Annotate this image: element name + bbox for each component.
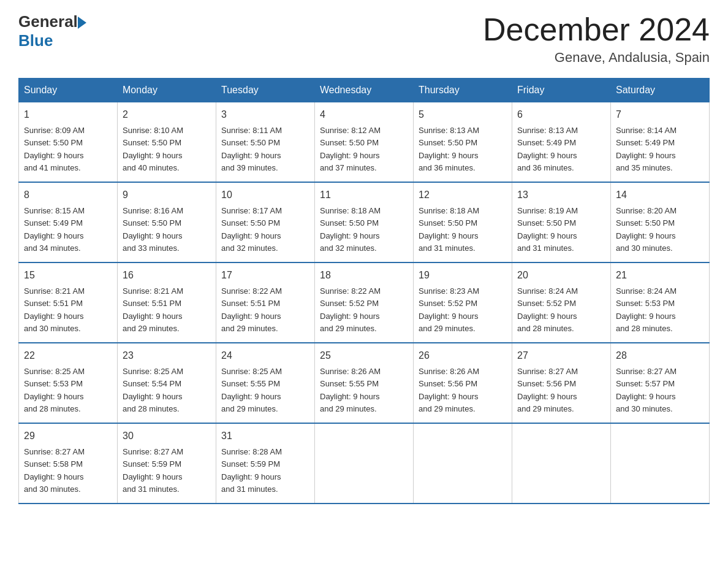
calendar-cell: 27 Sunrise: 8:27 AMSunset: 5:56 PMDaylig… bbox=[512, 343, 611, 423]
logo-general-text: General bbox=[18, 12, 78, 31]
day-number: 29 bbox=[24, 429, 112, 443]
col-header-saturday: Saturday bbox=[611, 79, 710, 102]
day-info: Sunrise: 8:13 AMSunset: 5:50 PMDaylight:… bbox=[419, 126, 479, 172]
calendar-table: SundayMondayTuesdayWednesdayThursdayFrid… bbox=[18, 78, 710, 504]
col-header-wednesday: Wednesday bbox=[315, 79, 414, 102]
calendar-cell: 16 Sunrise: 8:21 AMSunset: 5:51 PMDaylig… bbox=[118, 262, 216, 343]
day-info: Sunrise: 8:26 AMSunset: 5:56 PMDaylight:… bbox=[419, 367, 479, 413]
calendar-cell: 10 Sunrise: 8:17 AMSunset: 5:50 PMDaylig… bbox=[216, 182, 315, 262]
day-info: Sunrise: 8:17 AMSunset: 5:50 PMDaylight:… bbox=[221, 206, 282, 253]
day-info: Sunrise: 8:26 AMSunset: 5:55 PMDaylight:… bbox=[320, 367, 381, 413]
day-number: 8 bbox=[24, 188, 112, 202]
day-number: 16 bbox=[123, 268, 211, 283]
day-info: Sunrise: 8:27 AMSunset: 5:56 PMDaylight:… bbox=[517, 367, 578, 413]
col-header-thursday: Thursday bbox=[414, 79, 512, 102]
calendar-cell bbox=[414, 423, 512, 504]
day-number: 23 bbox=[123, 348, 211, 363]
day-info: Sunrise: 8:13 AMSunset: 5:49 PMDaylight:… bbox=[517, 126, 578, 172]
logo-blue-text: Blue bbox=[18, 31, 86, 50]
day-info: Sunrise: 8:27 AMSunset: 5:58 PMDaylight:… bbox=[24, 447, 85, 494]
day-number: 27 bbox=[517, 348, 605, 363]
calendar-cell: 30 Sunrise: 8:27 AMSunset: 5:59 PMDaylig… bbox=[118, 423, 216, 504]
day-number: 21 bbox=[616, 268, 704, 283]
calendar-cell: 19 Sunrise: 8:23 AMSunset: 5:52 PMDaylig… bbox=[414, 262, 512, 343]
day-number: 13 bbox=[517, 188, 605, 202]
page-header: General Blue December 2024 Genave, Andal… bbox=[18, 12, 710, 66]
day-number: 5 bbox=[419, 107, 507, 122]
calendar-cell bbox=[512, 423, 611, 504]
day-info: Sunrise: 8:25 AMSunset: 5:53 PMDaylight:… bbox=[24, 367, 85, 413]
calendar-cell: 8 Sunrise: 8:15 AMSunset: 5:49 PMDayligh… bbox=[19, 182, 118, 262]
calendar-cell: 5 Sunrise: 8:13 AMSunset: 5:50 PMDayligh… bbox=[414, 102, 512, 183]
calendar-cell: 15 Sunrise: 8:21 AMSunset: 5:51 PMDaylig… bbox=[19, 262, 118, 343]
day-number: 17 bbox=[221, 268, 309, 283]
day-number: 15 bbox=[24, 268, 112, 283]
calendar-cell: 4 Sunrise: 8:12 AMSunset: 5:50 PMDayligh… bbox=[315, 102, 414, 183]
day-info: Sunrise: 8:24 AMSunset: 5:53 PMDaylight:… bbox=[616, 286, 677, 333]
col-header-monday: Monday bbox=[118, 79, 216, 102]
calendar-cell: 3 Sunrise: 8:11 AMSunset: 5:50 PMDayligh… bbox=[216, 102, 315, 183]
day-number: 24 bbox=[221, 348, 309, 363]
calendar-cell: 12 Sunrise: 8:18 AMSunset: 5:50 PMDaylig… bbox=[414, 182, 512, 262]
day-number: 18 bbox=[320, 268, 408, 283]
day-info: Sunrise: 8:11 AMSunset: 5:50 PMDaylight:… bbox=[221, 126, 282, 172]
calendar-cell: 22 Sunrise: 8:25 AMSunset: 5:53 PMDaylig… bbox=[19, 343, 118, 423]
calendar-cell bbox=[315, 423, 414, 504]
calendar-cell: 9 Sunrise: 8:16 AMSunset: 5:50 PMDayligh… bbox=[118, 182, 216, 262]
calendar-week-row: 15 Sunrise: 8:21 AMSunset: 5:51 PMDaylig… bbox=[19, 262, 710, 343]
logo-arrow-icon bbox=[78, 17, 86, 29]
day-info: Sunrise: 8:22 AMSunset: 5:51 PMDaylight:… bbox=[221, 286, 282, 333]
day-number: 14 bbox=[616, 188, 704, 202]
calendar-cell: 25 Sunrise: 8:26 AMSunset: 5:55 PMDaylig… bbox=[315, 343, 414, 423]
calendar-cell: 11 Sunrise: 8:18 AMSunset: 5:50 PMDaylig… bbox=[315, 182, 414, 262]
calendar-cell: 1 Sunrise: 8:09 AMSunset: 5:50 PMDayligh… bbox=[19, 102, 118, 183]
day-number: 1 bbox=[24, 107, 112, 122]
day-info: Sunrise: 8:22 AMSunset: 5:52 PMDaylight:… bbox=[320, 286, 381, 333]
day-number: 28 bbox=[616, 348, 704, 363]
calendar-week-row: 29 Sunrise: 8:27 AMSunset: 5:58 PMDaylig… bbox=[19, 423, 710, 504]
day-info: Sunrise: 8:24 AMSunset: 5:52 PMDaylight:… bbox=[517, 286, 578, 333]
day-number: 31 bbox=[221, 429, 309, 443]
calendar-cell bbox=[611, 423, 710, 504]
day-number: 6 bbox=[517, 107, 605, 122]
day-info: Sunrise: 8:25 AMSunset: 5:55 PMDaylight:… bbox=[221, 367, 282, 413]
calendar-cell: 28 Sunrise: 8:27 AMSunset: 5:57 PMDaylig… bbox=[611, 343, 710, 423]
col-header-friday: Friday bbox=[512, 79, 611, 102]
day-info: Sunrise: 8:27 AMSunset: 5:57 PMDaylight:… bbox=[616, 367, 677, 413]
day-number: 3 bbox=[221, 107, 309, 122]
day-number: 7 bbox=[616, 107, 704, 122]
calendar-cell: 21 Sunrise: 8:24 AMSunset: 5:53 PMDaylig… bbox=[611, 262, 710, 343]
day-info: Sunrise: 8:19 AMSunset: 5:50 PMDaylight:… bbox=[517, 206, 578, 253]
day-info: Sunrise: 8:21 AMSunset: 5:51 PMDaylight:… bbox=[24, 286, 85, 333]
day-info: Sunrise: 8:14 AMSunset: 5:49 PMDaylight:… bbox=[616, 126, 677, 172]
calendar-cell: 7 Sunrise: 8:14 AMSunset: 5:49 PMDayligh… bbox=[611, 102, 710, 183]
month-title: December 2024 bbox=[483, 12, 710, 47]
col-header-sunday: Sunday bbox=[19, 79, 118, 102]
day-info: Sunrise: 8:20 AMSunset: 5:50 PMDaylight:… bbox=[616, 206, 677, 253]
day-info: Sunrise: 8:09 AMSunset: 5:50 PMDaylight:… bbox=[24, 126, 85, 172]
calendar-cell: 6 Sunrise: 8:13 AMSunset: 5:49 PMDayligh… bbox=[512, 102, 611, 183]
day-number: 9 bbox=[123, 188, 211, 202]
calendar-cell: 17 Sunrise: 8:22 AMSunset: 5:51 PMDaylig… bbox=[216, 262, 315, 343]
calendar-cell: 20 Sunrise: 8:24 AMSunset: 5:52 PMDaylig… bbox=[512, 262, 611, 343]
day-info: Sunrise: 8:27 AMSunset: 5:59 PMDaylight:… bbox=[123, 447, 183, 494]
day-number: 11 bbox=[320, 188, 408, 202]
day-info: Sunrise: 8:18 AMSunset: 5:50 PMDaylight:… bbox=[419, 206, 479, 253]
day-info: Sunrise: 8:16 AMSunset: 5:50 PMDaylight:… bbox=[123, 206, 183, 253]
day-number: 22 bbox=[24, 348, 112, 363]
day-info: Sunrise: 8:15 AMSunset: 5:49 PMDaylight:… bbox=[24, 206, 85, 253]
day-info: Sunrise: 8:25 AMSunset: 5:54 PMDaylight:… bbox=[123, 367, 183, 413]
day-number: 20 bbox=[517, 268, 605, 283]
calendar-cell: 14 Sunrise: 8:20 AMSunset: 5:50 PMDaylig… bbox=[611, 182, 710, 262]
day-number: 10 bbox=[221, 188, 309, 202]
calendar-cell: 18 Sunrise: 8:22 AMSunset: 5:52 PMDaylig… bbox=[315, 262, 414, 343]
calendar-cell: 23 Sunrise: 8:25 AMSunset: 5:54 PMDaylig… bbox=[118, 343, 216, 423]
calendar-cell: 2 Sunrise: 8:10 AMSunset: 5:50 PMDayligh… bbox=[118, 102, 216, 183]
day-number: 4 bbox=[320, 107, 408, 122]
day-number: 2 bbox=[123, 107, 211, 122]
calendar-cell: 24 Sunrise: 8:25 AMSunset: 5:55 PMDaylig… bbox=[216, 343, 315, 423]
calendar-week-row: 22 Sunrise: 8:25 AMSunset: 5:53 PMDaylig… bbox=[19, 343, 710, 423]
calendar-cell: 13 Sunrise: 8:19 AMSunset: 5:50 PMDaylig… bbox=[512, 182, 611, 262]
day-number: 12 bbox=[419, 188, 507, 202]
day-number: 26 bbox=[419, 348, 507, 363]
